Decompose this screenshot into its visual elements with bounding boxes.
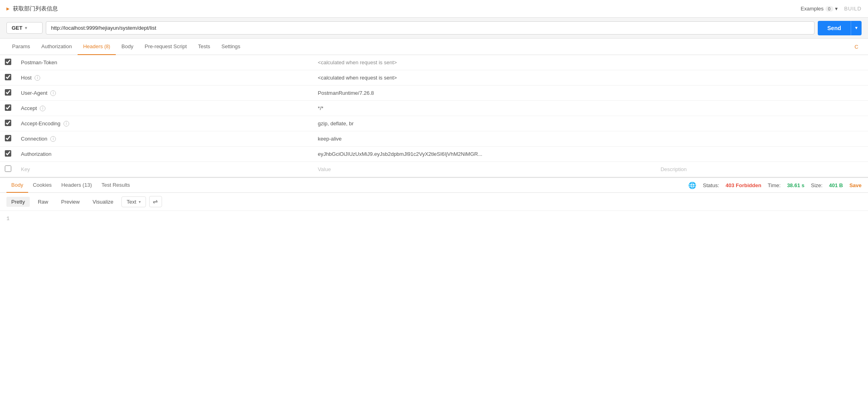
response-tabs-left: Body Cookies Headers (13) Test Results [6, 178, 135, 192]
tab-tests[interactable]: Tests [193, 39, 216, 55]
tab-settings[interactable]: Settings [216, 39, 246, 55]
headers-table-container: Postman-Token <calculated when request i… [0, 55, 868, 178]
row0-checkbox[interactable] [5, 59, 11, 65]
save-button[interactable]: Save [850, 182, 862, 188]
row0-value: <calculated when request is sent> [318, 59, 397, 65]
row3-key: Accept [21, 105, 37, 111]
row1-value: <calculated when request is sent> [318, 75, 397, 81]
row3-checkbox[interactable] [5, 104, 11, 111]
format-label: Text [127, 199, 136, 205]
row1-info-icon: i [35, 75, 40, 81]
row5-checkbox[interactable] [5, 135, 11, 141]
time-label: Time: [768, 182, 781, 188]
response-tabs-row: Body Cookies Headers (13) Test Results 🌐… [0, 178, 868, 193]
response-tab-test-results[interactable]: Test Results [96, 178, 135, 193]
row1-checkbox[interactable] [5, 74, 11, 80]
table-row: Key Value Description [0, 162, 868, 177]
row5-info-icon: i [50, 136, 56, 142]
tab-authorization[interactable]: Authorization [36, 39, 78, 55]
table-row: Accept i */* [0, 101, 868, 116]
response-section: Body Cookies Headers (13) Test Results 🌐… [0, 178, 868, 227]
send-label: Send [818, 22, 851, 35]
response-tab-body[interactable]: Body [6, 178, 28, 193]
page-title: 获取部门列表信息 [13, 5, 58, 12]
response-status-row: 🌐 Status: 403 Forbidden Time: 38.61 s Si… [688, 182, 862, 189]
row3-value: */* [318, 105, 324, 111]
view-pretty-button[interactable]: Pretty [6, 197, 30, 207]
row2-key: User-Agent [21, 90, 47, 96]
response-tab-headers[interactable]: Headers (13) [57, 178, 97, 193]
format-chevron-icon: ▾ [139, 200, 141, 204]
send-button[interactable]: Send ▾ [818, 21, 862, 35]
headers-table: Postman-Token <calculated when request i… [0, 55, 868, 177]
row2-value: PostmanRuntime/7.26.8 [318, 90, 374, 96]
status-code: 403 Forbidden [726, 182, 761, 188]
table-row: Connection i keep-alive [0, 131, 868, 147]
row2-info-icon: i [50, 90, 56, 96]
row7-desc-placeholder: Description [661, 166, 687, 172]
status-label: Status: [703, 182, 719, 188]
time-value: 38.61 s [787, 182, 804, 188]
url-input[interactable] [46, 21, 815, 35]
globe-icon[interactable]: 🌐 [688, 182, 696, 189]
table-row: User-Agent i PostmanRuntime/7.26.8 [0, 86, 868, 101]
row4-info-icon: i [64, 121, 69, 127]
method-select[interactable]: GET ▾ [6, 22, 43, 34]
row6-checkbox[interactable] [5, 150, 11, 157]
row6-value: eyJhbGciOiJIUzUxMiJ9.eyJsb2dpbmJl91c2VyX… [318, 151, 482, 157]
table-row: Authorization eyJhbGciOiJIUzUxMiJ9.eyJsb… [0, 147, 868, 162]
row5-value: keep-alive [318, 136, 342, 142]
row7-value-placeholder: Value [318, 166, 331, 172]
response-toolbar: Pretty Raw Preview Visualize Text ▾ ⇌ [0, 193, 868, 211]
view-visualize-button[interactable]: Visualize [88, 197, 118, 207]
size-value: 401 B [829, 182, 843, 188]
examples-badge: 0 [825, 6, 833, 12]
top-bar-right: Examples 0 ▾ BUILD [801, 6, 862, 12]
size-label: Size: [811, 182, 823, 188]
response-body: 1 [0, 211, 868, 227]
row4-value: gzip, deflate, br [318, 120, 354, 127]
row4-key: Accept-Encoding [21, 120, 60, 127]
send-arrow-icon[interactable]: ▾ [851, 22, 862, 34]
wrap-button[interactable]: ⇌ [149, 196, 162, 207]
wrap-icon: ⇌ [153, 198, 158, 205]
row1-key: Host [21, 75, 32, 81]
examples-label: Examples [801, 6, 824, 12]
url-bar: GET ▾ Send ▾ [0, 18, 868, 39]
table-row: Host i <calculated when request is sent> [0, 70, 868, 86]
build-button[interactable]: BUILD [844, 6, 862, 12]
triangle-icon: ▶ [6, 6, 10, 11]
row3-info-icon: i [40, 106, 45, 111]
row4-checkbox[interactable] [5, 120, 11, 126]
tab-headers[interactable]: Headers (8) [78, 39, 116, 55]
row0-key: Postman-Token [21, 59, 57, 65]
top-bar: ▶ 获取部门列表信息 Examples 0 ▾ BUILD [0, 0, 868, 18]
tab-params[interactable]: Params [6, 39, 36, 55]
format-select[interactable]: Text ▾ [121, 196, 146, 207]
tab-body[interactable]: Body [116, 39, 139, 55]
row7-checkbox[interactable] [5, 165, 11, 172]
tab-prerequest[interactable]: Pre-request Script [139, 39, 193, 55]
method-label: GET [12, 25, 23, 31]
table-row: Accept-Encoding i gzip, deflate, br [0, 116, 868, 131]
response-headers-badge: (13) [82, 182, 92, 188]
cookies-warning: C [852, 39, 862, 55]
view-preview-button[interactable]: Preview [56, 197, 84, 207]
method-chevron-icon: ▾ [25, 26, 27, 30]
headers-badge: (8) [104, 44, 110, 49]
row6-key: Authorization [21, 151, 51, 157]
view-raw-button[interactable]: Raw [33, 197, 53, 207]
request-tabs-row: Params Authorization Headers (8) Body Pr… [0, 39, 868, 55]
row2-checkbox[interactable] [5, 89, 11, 96]
row5-key: Connection [21, 136, 47, 142]
examples-chevron-icon: ▾ [835, 6, 838, 12]
table-row: Postman-Token <calculated when request i… [0, 55, 868, 70]
top-bar-left: ▶ 获取部门列表信息 [6, 5, 58, 12]
examples-button[interactable]: Examples 0 ▾ [801, 6, 838, 12]
line-number-1: 1 [6, 216, 10, 222]
response-tab-cookies[interactable]: Cookies [28, 178, 57, 193]
row7-key-placeholder: Key [21, 166, 30, 172]
